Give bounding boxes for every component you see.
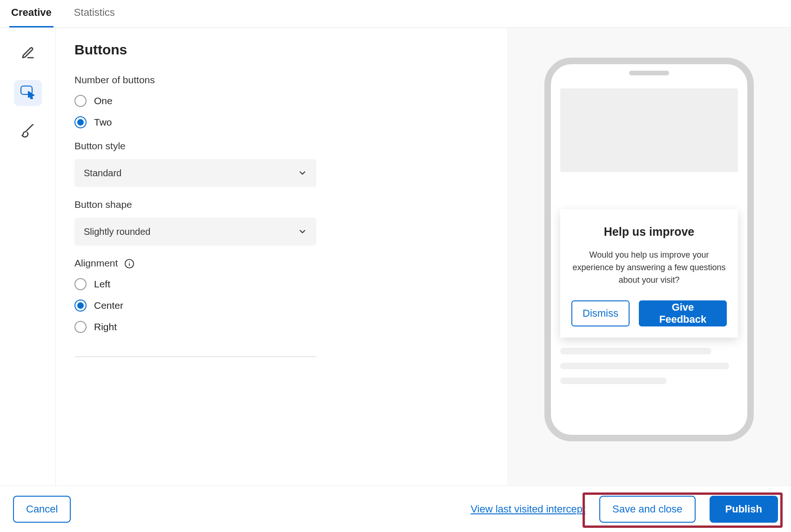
radio-label: Left bbox=[94, 279, 110, 290]
brush-icon bbox=[21, 124, 35, 140]
tab-statistics[interactable]: Statistics bbox=[72, 0, 117, 27]
info-icon[interactable] bbox=[124, 259, 134, 269]
top-tabs: Creative Statistics bbox=[0, 0, 791, 28]
placeholder-line bbox=[560, 363, 729, 369]
radio-align-center[interactable]: Center bbox=[74, 299, 489, 312]
number-of-buttons-label: Number of buttons bbox=[74, 74, 489, 86]
select-value: Standard bbox=[84, 168, 121, 179]
tab-creative[interactable]: Creative bbox=[9, 0, 54, 27]
cancel-button[interactable]: Cancel bbox=[13, 496, 71, 523]
divider bbox=[74, 356, 316, 357]
radio-one[interactable]: One bbox=[74, 95, 489, 107]
cursor-icon bbox=[20, 85, 36, 101]
give-feedback-button[interactable]: Give Feedback bbox=[639, 300, 727, 326]
button-style-select[interactable]: Standard bbox=[74, 159, 316, 187]
modal-body: Would you help us improve your experienc… bbox=[571, 249, 727, 286]
save-and-close-button[interactable]: Save and close bbox=[599, 496, 695, 523]
modal-title: Help us improve bbox=[571, 225, 727, 239]
radio-label: Center bbox=[94, 300, 123, 311]
radio-icon bbox=[74, 116, 87, 128]
side-rail bbox=[0, 28, 56, 485]
button-shape-label: Button shape bbox=[74, 199, 489, 210]
preview-area: Help us improve Would you help us improv… bbox=[507, 28, 791, 485]
publish-button[interactable]: Publish bbox=[710, 496, 778, 523]
phone-screen: Help us improve Would you help us improv… bbox=[560, 88, 738, 416]
preview-modal: Help us improve Would you help us improv… bbox=[560, 209, 738, 338]
select-value: Slightly rounded bbox=[84, 226, 150, 237]
settings-panel: Buttons Number of buttons One Two Button… bbox=[56, 28, 507, 485]
alignment-label-text: Alignment bbox=[74, 258, 118, 268]
rail-item-brush[interactable] bbox=[14, 119, 42, 145]
radio-icon bbox=[74, 299, 87, 312]
radio-icon bbox=[74, 278, 87, 290]
radio-label: One bbox=[94, 95, 113, 106]
button-style-label: Button style bbox=[74, 140, 489, 152]
alignment-label: Alignment bbox=[74, 258, 489, 269]
radio-icon bbox=[74, 95, 87, 107]
view-last-intercept-link[interactable]: View last visited intercept bbox=[471, 503, 586, 515]
placeholder-line bbox=[560, 348, 711, 354]
radio-label: Two bbox=[94, 117, 112, 128]
radio-icon bbox=[74, 321, 87, 333]
placeholder-image bbox=[560, 88, 738, 172]
radio-align-left[interactable]: Left bbox=[74, 278, 489, 290]
placeholder-line bbox=[560, 378, 667, 384]
edit-icon bbox=[21, 46, 35, 62]
rail-item-cursor[interactable] bbox=[14, 80, 42, 106]
chevron-down-icon bbox=[298, 168, 307, 178]
radio-two[interactable]: Two bbox=[74, 116, 489, 128]
radio-label: Right bbox=[94, 321, 117, 332]
button-shape-select[interactable]: Slightly rounded bbox=[74, 218, 316, 246]
phone-frame: Help us improve Would you help us improv… bbox=[544, 58, 754, 441]
footer-bar: Cancel View last visited intercept Save … bbox=[0, 485, 791, 532]
phone-speaker bbox=[629, 71, 669, 75]
chevron-down-icon bbox=[298, 227, 307, 236]
panel-title: Buttons bbox=[74, 42, 489, 58]
dismiss-button[interactable]: Dismiss bbox=[571, 300, 630, 326]
rail-item-edit[interactable] bbox=[14, 41, 42, 67]
radio-align-right[interactable]: Right bbox=[74, 321, 489, 333]
